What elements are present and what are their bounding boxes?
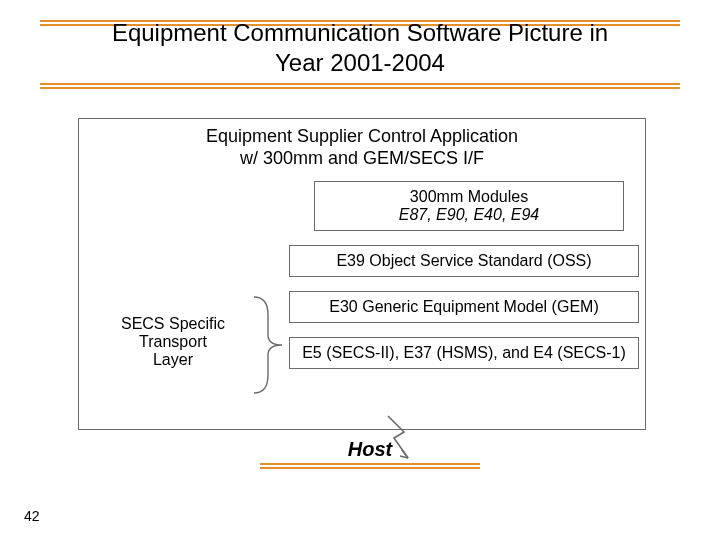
secs-transport-box: SECS Specific Transport Layer bbox=[107, 307, 239, 377]
title-rule-bottom2 bbox=[40, 87, 680, 89]
modules-line2: E87, E90, E40, E94 bbox=[319, 206, 619, 224]
host-rule-1 bbox=[260, 463, 480, 465]
lightning-icon bbox=[378, 414, 414, 460]
right-stack: 300mm Modules E87, E90, E40, E94 E39 Obj… bbox=[289, 181, 639, 383]
secs-line2: Transport bbox=[121, 333, 225, 351]
slide-title: Equipment Communication Software Picture… bbox=[40, 18, 680, 78]
outer-box: Equipment Supplier Control Application w… bbox=[78, 118, 646, 430]
supplier-line2: w/ 300mm and GEM/SECS I/F bbox=[79, 147, 645, 169]
modules-line1: 300mm Modules bbox=[319, 188, 619, 206]
host-area: Host bbox=[260, 438, 480, 471]
brace-icon bbox=[244, 295, 288, 395]
secs-line3: Layer bbox=[121, 351, 225, 369]
secs-line1: SECS Specific bbox=[121, 315, 225, 333]
title-line1: Equipment Communication Software Picture… bbox=[40, 18, 680, 48]
e5-box: E5 (SECS-II), E37 (HSMS), and E4 (SECS-1… bbox=[289, 337, 639, 369]
supplier-line1: Equipment Supplier Control Application bbox=[79, 125, 645, 147]
title-line2: Year 2001-2004 bbox=[40, 48, 680, 78]
supplier-header: Equipment Supplier Control Application w… bbox=[79, 125, 645, 169]
modules-box: 300mm Modules E87, E90, E40, E94 bbox=[314, 181, 624, 231]
page-number: 42 bbox=[24, 508, 40, 524]
title-rule-bottom bbox=[40, 83, 680, 85]
e39-box: E39 Object Service Standard (OSS) bbox=[289, 245, 639, 277]
host-rule-2 bbox=[260, 467, 480, 469]
e30-box: E30 Generic Equipment Model (GEM) bbox=[289, 291, 639, 323]
